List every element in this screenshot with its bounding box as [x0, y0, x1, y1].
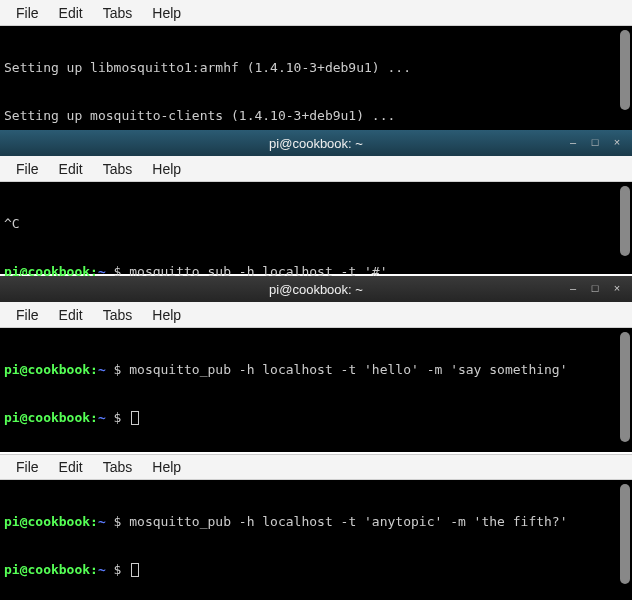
menu-help[interactable]: Help	[142, 304, 191, 326]
terminal-area[interactable]: pi@cookbook:~ $ mosquitto_pub -h localho…	[0, 328, 632, 452]
scrollbar-thumb[interactable]	[620, 186, 630, 256]
menu-edit[interactable]: Edit	[49, 456, 93, 478]
minimize-button[interactable]: –	[564, 134, 582, 150]
menu-tabs[interactable]: Tabs	[93, 304, 143, 326]
terminal-window-2: pi@cookbook: ~ – □ × File Edit Tabs Help…	[0, 130, 632, 274]
menu-tabs[interactable]: Tabs	[93, 2, 143, 24]
prompt-path: ~	[98, 514, 106, 529]
window-title: pi@cookbook: ~	[269, 136, 363, 151]
minimize-button[interactable]: –	[564, 280, 582, 296]
menubar: File Edit Tabs Help	[0, 0, 632, 26]
maximize-button[interactable]: □	[586, 280, 604, 296]
close-button[interactable]: ×	[608, 134, 626, 150]
terminal-window-3: pi@cookbook: ~ – □ × File Edit Tabs Help…	[0, 276, 632, 452]
terminal-area[interactable]: Setting up libmosquitto1:armhf (1.4.10-3…	[0, 26, 632, 130]
prompt-path: ~	[98, 562, 106, 577]
prompt-userhost: pi@cookbook	[4, 362, 90, 377]
scrollbar-thumb[interactable]	[620, 484, 630, 584]
prompt-userhost: pi@cookbook	[4, 410, 90, 425]
cursor-icon	[131, 411, 139, 425]
terminal-command: mosquitto_pub -h localhost -t 'hello' -m…	[129, 362, 567, 377]
terminal-command: mosquitto_pub -h localhost -t 'anytopic'…	[129, 514, 567, 529]
terminal-prompt-line: pi@cookbook:~ $	[4, 562, 628, 578]
menubar: File Edit Tabs Help	[0, 454, 632, 480]
terminal-prompt-line: pi@cookbook:~ $ mosquitto_pub -h localho…	[4, 362, 628, 378]
prompt-userhost: pi@cookbook	[4, 562, 90, 577]
prompt-path: ~	[98, 362, 106, 377]
menu-edit[interactable]: Edit	[49, 2, 93, 24]
menu-file[interactable]: File	[6, 456, 49, 478]
terminal-area[interactable]: pi@cookbook:~ $ mosquitto_pub -h localho…	[0, 480, 632, 600]
menu-help[interactable]: Help	[142, 456, 191, 478]
prompt-path: ~	[98, 410, 106, 425]
menu-tabs[interactable]: Tabs	[93, 158, 143, 180]
close-button[interactable]: ×	[608, 280, 626, 296]
terminal-window-1: File Edit Tabs Help Setting up libmosqui…	[0, 0, 632, 130]
cursor-icon	[131, 563, 139, 577]
menu-tabs[interactable]: Tabs	[93, 456, 143, 478]
menu-help[interactable]: Help	[142, 2, 191, 24]
menubar: File Edit Tabs Help	[0, 156, 632, 182]
terminal-prompt-line: pi@cookbook:~ $ mosquitto_pub -h localho…	[4, 514, 628, 530]
scrollbar-thumb[interactable]	[620, 30, 630, 110]
terminal-prompt-line: pi@cookbook:~ $	[4, 410, 628, 426]
terminal-window-4: File Edit Tabs Help pi@cookbook:~ $ mosq…	[0, 454, 632, 600]
menubar: File Edit Tabs Help	[0, 302, 632, 328]
prompt-userhost: pi@cookbook	[4, 514, 90, 529]
scrollbar-thumb[interactable]	[620, 332, 630, 442]
menu-file[interactable]: File	[6, 158, 49, 180]
titlebar[interactable]: pi@cookbook: ~ – □ ×	[0, 276, 632, 302]
menu-edit[interactable]: Edit	[49, 158, 93, 180]
terminal-area[interactable]: ^C pi@cookbook:~ $ mosquitto_sub -h loca…	[0, 182, 632, 274]
menu-help[interactable]: Help	[142, 158, 191, 180]
menu-file[interactable]: File	[6, 2, 49, 24]
menu-edit[interactable]: Edit	[49, 304, 93, 326]
maximize-button[interactable]: □	[586, 134, 604, 150]
menu-file[interactable]: File	[6, 304, 49, 326]
window-title: pi@cookbook: ~	[269, 282, 363, 297]
terminal-output-line: Setting up libmosquitto1:armhf (1.4.10-3…	[4, 60, 628, 76]
terminal-output-line: Setting up mosquitto-clients (1.4.10-3+d…	[4, 108, 628, 124]
terminal-output-line: ^C	[4, 216, 628, 232]
titlebar[interactable]: pi@cookbook: ~ – □ ×	[0, 130, 632, 156]
